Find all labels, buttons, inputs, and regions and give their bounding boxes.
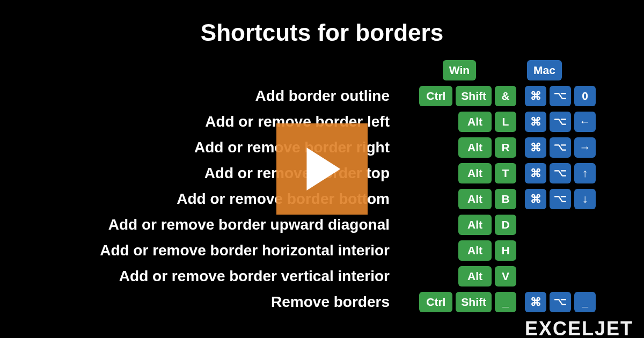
page-title: Shortcuts for borders [0, 0, 644, 56]
header-mac: Mac [527, 60, 562, 80]
key-d: D [495, 215, 516, 235]
key-_: _ [495, 292, 516, 312]
key-option [550, 163, 571, 183]
svg-marker-6 [306, 148, 340, 190]
key-b: B [495, 189, 516, 209]
key-r: R [495, 137, 516, 158]
key-command: ⌘ [525, 86, 546, 106]
key-ctrl: Ctrl [419, 86, 452, 106]
key-command: ⌘ [525, 292, 546, 312]
key-option [550, 112, 571, 132]
mac-keys: ⌘0 [525, 86, 638, 106]
key-t: T [495, 163, 516, 183]
win-keys: AltB [402, 189, 525, 209]
key-l: L [495, 112, 516, 132]
key-↓: ↓ [574, 189, 596, 209]
key-→: → [574, 137, 596, 158]
key-option [550, 86, 571, 106]
shortcut-description: Remove borders [0, 293, 402, 311]
mac-keys: ⌘→ [525, 137, 638, 158]
shortcut-description: Add or remove border vertical interior [0, 268, 402, 285]
win-keys: CtrlShift_ [402, 292, 525, 312]
key-command: ⌘ [525, 163, 546, 183]
key-0: 0 [574, 86, 596, 106]
key-option [550, 292, 571, 312]
platform-header-row: Win Mac [0, 59, 644, 82]
key-option [550, 137, 571, 158]
key-command: ⌘ [525, 137, 546, 158]
table-row: Remove bordersCtrlShift_⌘_ [0, 291, 644, 313]
win-keys: AltH [402, 240, 525, 261]
shortcut-description: Add border outline [0, 87, 402, 105]
key-option [550, 189, 571, 209]
key-alt: Alt [458, 240, 492, 261]
key-alt: Alt [458, 112, 492, 132]
key-alt: Alt [458, 266, 492, 286]
win-keys: AltL [402, 112, 525, 132]
key-shift: Shift [456, 292, 492, 312]
table-row: Add or remove border vertical interiorAl… [0, 265, 644, 288]
mac-keys: ⌘↑ [525, 163, 638, 183]
key-alt: Alt [458, 215, 492, 235]
key-v: V [495, 266, 516, 286]
key-command: ⌘ [525, 189, 546, 209]
win-keys: AltD [402, 215, 525, 235]
key-_: _ [574, 292, 596, 312]
shortcut-description: Add or remove border upward diagonal [0, 216, 402, 233]
table-row: Add or remove border upward diagonalAltD [0, 214, 644, 236]
key-ctrl: Ctrl [419, 292, 452, 312]
mac-keys: ⌘_ [525, 292, 638, 312]
table-row: Add or remove border horizontal interior… [0, 239, 644, 262]
key-alt: Alt [458, 189, 492, 209]
mac-keys: ⌘← [525, 112, 638, 132]
key-&: & [495, 86, 516, 106]
win-keys: AltT [402, 163, 525, 183]
win-keys: AltV [402, 266, 525, 286]
key-command: ⌘ [525, 112, 546, 132]
header-win: Win [443, 60, 476, 80]
table-row: Add border outlineCtrlShift&⌘0 [0, 85, 644, 107]
win-keys: CtrlShift& [402, 86, 525, 106]
key-←: ← [574, 112, 596, 132]
key-alt: Alt [458, 137, 492, 158]
brand-logo: EXCELJET [525, 318, 633, 338]
key-alt: Alt [458, 163, 492, 183]
shortcut-description: Add or remove border horizontal interior [0, 242, 402, 259]
key-↑: ↑ [574, 163, 596, 183]
mac-keys: ⌘↓ [525, 189, 638, 209]
play-button[interactable] [276, 123, 368, 215]
play-icon [303, 148, 341, 190]
key-shift: Shift [456, 86, 492, 106]
key-h: H [495, 240, 516, 261]
win-keys: AltR [402, 137, 525, 158]
